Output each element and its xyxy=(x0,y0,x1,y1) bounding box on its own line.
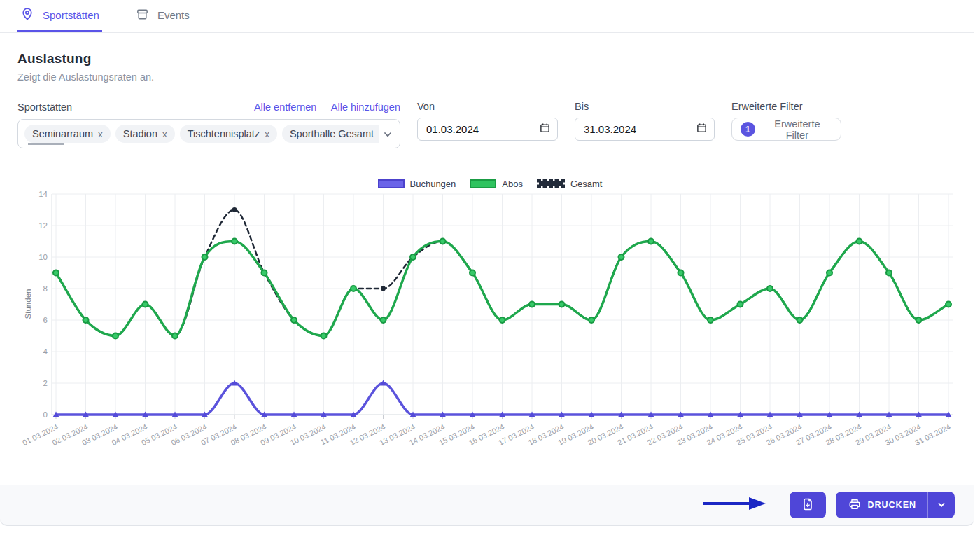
tab-bar: Sportstätten Events xyxy=(0,0,974,33)
bis-date-field[interactable] xyxy=(575,118,715,141)
bis-date-input[interactable] xyxy=(584,123,668,135)
advanced-filter-button-label: Erweiterte Filter xyxy=(762,118,832,141)
tab-label: Events xyxy=(158,9,190,21)
tab-sportstaetten[interactable]: Sportstätten xyxy=(18,0,102,32)
filter-row: Sportstätten Alle entfernen Alle hinzufü… xyxy=(0,83,980,148)
page-subtitle: Zeigt die Auslastungsraten an. xyxy=(18,71,954,83)
print-button-label: DRUCKEN xyxy=(868,500,917,510)
facility-chip[interactable]: Stadionx xyxy=(115,125,175,143)
chip-remove-icon[interactable]: x xyxy=(162,129,167,139)
svg-text:2: 2 xyxy=(43,379,48,387)
facility-chip-label: Stadion xyxy=(123,128,158,139)
print-button[interactable]: DRUCKEN xyxy=(836,492,955,518)
tab-label: Sportstätten xyxy=(43,9,99,21)
archive-box-icon xyxy=(136,8,149,23)
chip-remove-icon[interactable]: x xyxy=(98,129,103,139)
svg-text:Stunden: Stunden xyxy=(24,289,32,319)
von-date-input[interactable] xyxy=(426,123,510,135)
facility-chip-label: Tischtennisplatz xyxy=(188,128,260,139)
legend-swatch xyxy=(470,179,496,188)
svg-text:8: 8 xyxy=(43,284,48,293)
print-options-caret[interactable] xyxy=(927,492,955,518)
facility-chip-label: Sporthalle Gesamt xyxy=(290,128,374,139)
tab-events[interactable]: Events xyxy=(133,0,192,32)
chart-canvas: 02468101214Stunden01.03.202402.03.202403… xyxy=(21,191,959,455)
location-pin-icon xyxy=(20,7,34,23)
chip-remove-icon[interactable]: x xyxy=(265,129,270,139)
advanced-filter-label: Erweiterte Filter xyxy=(732,101,841,112)
bis-label: Bis xyxy=(575,101,715,112)
legend-item[interactable]: Gesamt xyxy=(537,179,603,189)
svg-text:0: 0 xyxy=(43,410,48,419)
legend-swatch xyxy=(537,179,565,188)
calendar-icon[interactable] xyxy=(540,123,550,136)
legend-item[interactable]: Abos xyxy=(470,179,523,189)
export-file-button[interactable] xyxy=(790,492,826,518)
legend-label: Abos xyxy=(502,179,523,189)
legend-label: Buchungen xyxy=(410,179,456,189)
facility-chip[interactable]: Sporthalle Gesamtx xyxy=(282,125,379,143)
facility-chip[interactable]: Tischtennisplatzx xyxy=(180,125,277,143)
facility-chip-label: Seminarraum xyxy=(32,128,93,139)
svg-text:10: 10 xyxy=(38,253,48,261)
calendar-icon[interactable] xyxy=(696,123,707,136)
von-label: Von xyxy=(417,101,558,112)
printer-icon xyxy=(848,498,861,513)
svg-text:4: 4 xyxy=(43,347,48,356)
action-bar: DRUCKEN xyxy=(0,485,974,526)
facility-chip[interactable]: Seminarraumx xyxy=(24,125,111,143)
filter-count-badge: 1 xyxy=(741,122,755,137)
legend-item[interactable]: Buchungen xyxy=(378,179,456,189)
advanced-filter-button[interactable]: 1 Erweiterte Filter xyxy=(732,118,841,141)
facilities-label: Sportstätten xyxy=(18,102,72,113)
annotation-arrow xyxy=(701,496,767,514)
file-download-icon xyxy=(801,497,815,513)
svg-text:14: 14 xyxy=(38,191,48,198)
page-title: Auslastung xyxy=(18,51,954,67)
chevron-down-icon[interactable] xyxy=(383,130,393,142)
svg-text:12: 12 xyxy=(38,221,48,230)
facilities-multiselect[interactable]: SeminarraumxStadionxTischtennisplatzxSpo… xyxy=(18,119,400,148)
remove-all-link[interactable]: Alle entfernen xyxy=(254,102,316,113)
von-date-field[interactable] xyxy=(417,118,558,141)
utilization-chart: BuchungenAbosGesamt 02468101214Stunden01… xyxy=(0,176,980,458)
legend-swatch xyxy=(378,179,405,188)
add-all-link[interactable]: Alle hinzufügen xyxy=(331,102,400,113)
legend-label: Gesamt xyxy=(570,179,603,189)
chart-legend: BuchungenAbosGesamt xyxy=(21,176,959,191)
chip-focus-underline xyxy=(28,143,64,145)
svg-text:6: 6 xyxy=(43,316,48,324)
